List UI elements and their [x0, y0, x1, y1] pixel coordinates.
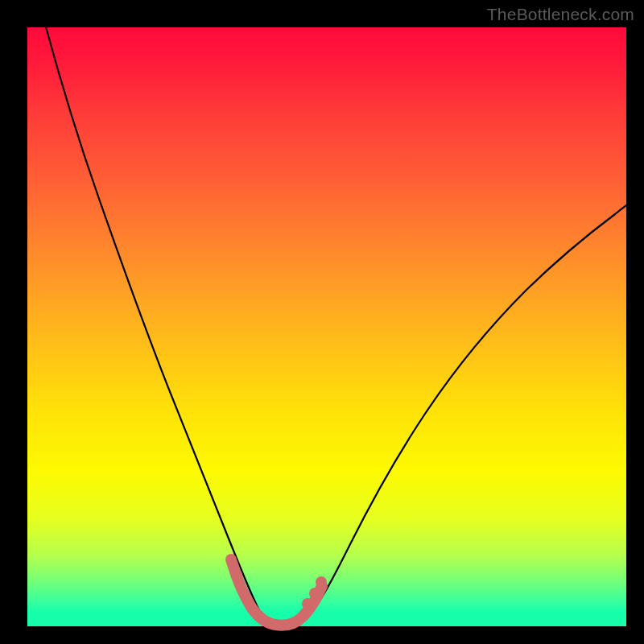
watermark-text: TheBottleneck.com: [487, 5, 634, 24]
marker-dot: [316, 576, 327, 588]
curve-svg: [27, 27, 626, 626]
optimal-range-marker: [232, 562, 322, 625]
chart-frame: TheBottleneck.com: [0, 0, 644, 644]
marker-dot: [225, 554, 237, 565]
marker-dot: [231, 569, 242, 580]
marker-dot: [309, 588, 320, 599]
marker-dot: [302, 598, 313, 609]
plot-area: [27, 27, 626, 626]
bottleneck-curve: [45, 24, 633, 625]
